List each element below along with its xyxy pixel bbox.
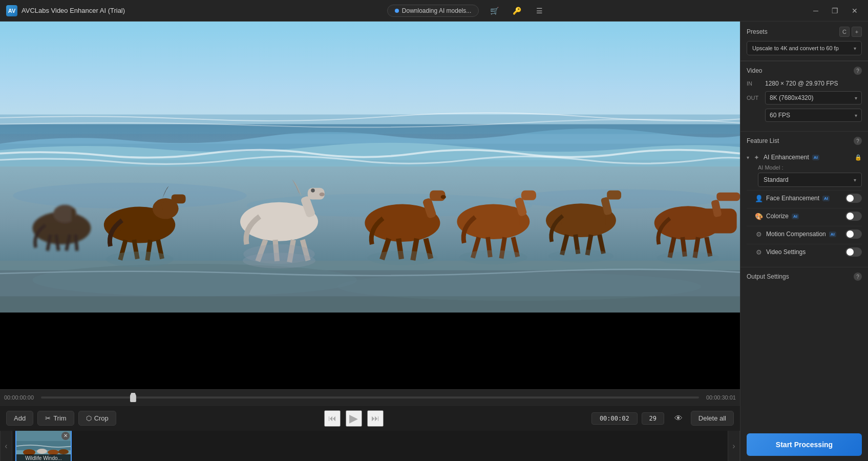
crop-button[interactable]: ⬡ Crop (78, 411, 116, 426)
motion-compensation-item: ⚙ Motion Compensation AI (747, 226, 862, 244)
presets-title: Presets (747, 28, 768, 35)
video-info-section: Video ? IN 1280 × 720 @ 29.970 FPS OUT 8… (740, 61, 868, 131)
timeline-area: 00:00:00:00 00:00:30:01 Add ✂ Trim ⬡ Cro… (0, 389, 740, 461)
skip-forward-button[interactable]: ⏭ (367, 410, 384, 427)
downloading-ai-models-button[interactable]: Downloading AI models... (387, 5, 479, 17)
fps-dropdown[interactable]: 60 FPS ▾ (765, 109, 862, 122)
video-section-title: Video (747, 67, 762, 74)
svg-rect-58 (607, 191, 621, 200)
svg-rect-50 (521, 191, 536, 200)
output-settings-title: Output Settings (747, 273, 789, 280)
motion-compensation-icon: ⚙ (755, 230, 763, 238)
svg-rect-56 (561, 206, 605, 229)
svg-point-71 (106, 252, 174, 267)
presets-value: Upscale to 4K and convert to 60 fp (752, 45, 839, 51)
ai-enhancement-icon: ✦ (752, 153, 760, 161)
timeline-track[interactable] (41, 396, 699, 399)
strip-scroll-left[interactable]: ‹ (0, 431, 12, 461)
svg-rect-48 (474, 207, 519, 232)
fps-chevron-icon: ▾ (855, 113, 857, 118)
thumbnail-label: Wildlife Windo... (16, 454, 71, 462)
video-settings-header: ⚙ Video Settings (747, 247, 862, 257)
colorize-name: Colorize (766, 213, 789, 220)
presets-dropdown[interactable]: Upscale to 4K and convert to 60 fp ▾ (747, 41, 862, 55)
ai-enhancement-expand-icon[interactable]: ▾ (747, 155, 749, 160)
face-enhancement-header: 👤 Face Enhancement AI (747, 194, 862, 203)
thumbnail-item[interactable]: ✕ Wildlife Windo... (15, 431, 72, 461)
motion-compensation-header: ⚙ Motion Compensation AI (747, 229, 862, 239)
svg-point-31 (320, 193, 325, 197)
add-button[interactable]: Add (6, 411, 33, 426)
trim-button[interactable]: ✂ Trim (37, 411, 74, 426)
svg-rect-39 (382, 207, 428, 234)
video-settings-toggle[interactable] (845, 247, 862, 257)
resolution-chevron-icon: ▾ (855, 95, 857, 101)
key-icon[interactable]: 🔑 (510, 4, 524, 18)
face-enhancement-name-row: 👤 Face Enhancement AI (747, 194, 830, 202)
presets-copy-button[interactable]: C (839, 27, 850, 37)
right-sidebar: Presets C + Upscale to 4K and convert to… (740, 22, 868, 461)
video-in-row: IN 1280 × 720 @ 29.970 FPS (747, 80, 862, 87)
titlebar: AV AVCLabs Video Enhancer AI (Trial) Dow… (0, 0, 868, 22)
timeline-end-time: 00:00:30:01 (706, 394, 736, 401)
visibility-button[interactable]: 👁 (670, 410, 687, 427)
feature-list-title: Feature List (747, 137, 779, 144)
timecode-input[interactable]: 00:00:02 (591, 412, 638, 425)
close-button[interactable]: ✕ (848, 4, 862, 18)
titlebar-left: AV AVCLabs Video Enhancer AI (Trial) (6, 5, 125, 16)
timeline-bar[interactable]: 00:00:00:00 00:00:30:01 (0, 390, 740, 405)
face-enhancement-toggle[interactable] (845, 194, 862, 203)
delete-all-button[interactable]: Delete all (691, 411, 734, 426)
start-processing-button[interactable]: Start Processing (747, 433, 862, 456)
video-preview[interactable] (0, 22, 740, 389)
ai-model-dropdown[interactable]: Standard ▾ (758, 173, 862, 187)
output-help-icon[interactable]: ? (854, 273, 862, 281)
svg-point-84 (58, 449, 69, 454)
ai-model-row: AI Model : Standard ▾ (747, 164, 862, 187)
motion-compensation-toggle[interactable] (845, 229, 862, 239)
feature-list-section: Feature List ? ▾ ✦ AI Enhancement AI 🔒 (740, 132, 868, 267)
thumbnail-remove-button[interactable]: ✕ (61, 432, 70, 440)
video-settings-item: ⚙ Video Settings (747, 244, 862, 262)
presets-chevron-icon: ▾ (854, 46, 856, 51)
frame-number-input[interactable]: 29 (642, 412, 664, 425)
crop-icon: ⬡ (86, 414, 92, 422)
cart-icon[interactable]: 🛒 (487, 4, 501, 18)
face-enhancement-item: 👤 Face Enhancement AI (747, 191, 862, 208)
svg-rect-13 (71, 208, 75, 223)
ai-model-label: AI Model : (758, 164, 862, 171)
feature-help-icon[interactable]: ? (854, 137, 862, 145)
presets-add-button[interactable]: + (852, 27, 862, 37)
minimize-button[interactable]: ─ (809, 4, 823, 18)
titlebar-right: ─ ❐ ✕ (809, 4, 862, 18)
video-settings-icon: ⚙ (755, 248, 763, 256)
svg-point-76 (657, 252, 719, 264)
video-settings-name: Video Settings (766, 248, 806, 256)
timeline-thumb[interactable] (130, 393, 136, 402)
resolution-value: 8K (7680x4320) (770, 94, 813, 101)
colorize-item: 🎨 Colorize AI (747, 208, 862, 226)
svg-point-73 (367, 251, 437, 265)
ai-model-value: Standard (764, 176, 789, 183)
svg-point-74 (459, 250, 527, 264)
svg-rect-28 (258, 205, 307, 233)
svg-point-42 (441, 195, 446, 199)
video-help-icon[interactable]: ? (854, 67, 862, 75)
in-label: IN (747, 80, 761, 87)
video-out-fps-row: 60 FPS ▾ (747, 109, 862, 122)
colorize-header: 🎨 Colorize AI (747, 212, 862, 221)
restore-button[interactable]: ❐ (828, 4, 842, 18)
playback-controls: ⏮ ▶ ⏭ (324, 410, 384, 427)
main-layout: 00:00:00:00 00:00:30:01 Add ✂ Trim ⬡ Cro… (0, 22, 868, 461)
titlebar-center: Downloading AI models... 🛒 🔑 ☰ (387, 4, 546, 18)
menu-icon[interactable]: ☰ (532, 4, 546, 18)
skip-back-button[interactable]: ⏮ (324, 410, 341, 427)
thumbnails-strip: ‹ ✕ Wildlife (0, 431, 740, 461)
svg-point-4 (13, 183, 246, 209)
play-pause-button[interactable]: ▶ (346, 410, 362, 427)
strip-scroll-right[interactable]: › (728, 431, 740, 461)
video-frame (0, 22, 740, 389)
colorize-toggle[interactable] (845, 212, 862, 221)
video-out-resolution-row: OUT 8K (7680x4320) ▾ (747, 91, 862, 104)
resolution-dropdown[interactable]: 8K (7680x4320) ▾ (765, 91, 862, 104)
